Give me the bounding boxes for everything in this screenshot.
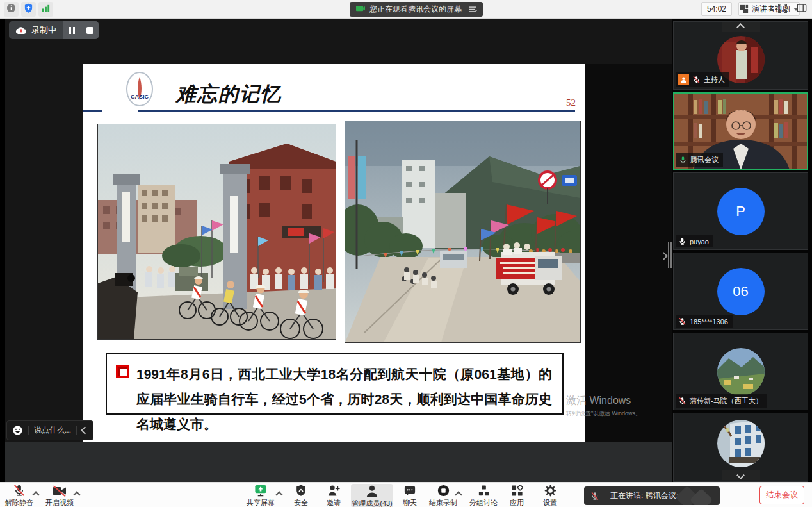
- sidebar-drag-handle[interactable]: [668, 242, 672, 268]
- content-lower-strip: [5, 442, 672, 482]
- participant-tile[interactable]: P puyao: [673, 172, 808, 250]
- photo-cyclists-at-gate: [97, 124, 336, 340]
- chevron-up-icon: [736, 23, 745, 31]
- mic-muted-icon: [590, 492, 599, 501]
- share-screen-button[interactable]: 共享屏幕: [241, 484, 280, 507]
- settings-label: 设置: [531, 498, 569, 507]
- signal-bars-icon: [41, 3, 51, 15]
- manage-members-button[interactable]: 管理成员(43): [351, 484, 393, 507]
- start-video-label: 开启视频: [40, 498, 79, 507]
- meeting-info-button[interactable]: [4, 2, 19, 17]
- timer-text: 54:02: [707, 4, 726, 13]
- breakout-rooms-label: 分组讨论: [464, 498, 503, 507]
- share-screen-icon: [241, 484, 280, 497]
- participant-name: puyao: [690, 238, 709, 245]
- content-left-strip: [0, 19, 5, 482]
- apps-label: 应用: [498, 498, 536, 507]
- meeting-toolbar: 解除静音 开启视频 共享屏幕 安全 邀请 管理成员(43) 聊天: [0, 482, 812, 507]
- participant-tile[interactable]: 蒲传新-马院（西工大）: [673, 333, 808, 410]
- mic-muted-icon: [678, 317, 686, 326]
- participant-tile-speaker[interactable]: 腾讯会议: [673, 92, 808, 170]
- speaking-status-pill: 正在讲话: 腾讯会议;: [584, 486, 720, 505]
- participant-label: 185****1306: [676, 315, 733, 328]
- scroll-down-button[interactable]: [722, 470, 760, 480]
- participant-name: 腾讯会议: [690, 155, 719, 165]
- divider: [28, 426, 29, 435]
- chevron-down-icon: [736, 471, 745, 479]
- quick-chat-bar: 说点什么...: [6, 420, 93, 440]
- avatar-initial: 06: [717, 268, 765, 315]
- red-square-bullet-icon: [116, 365, 129, 378]
- fullscreen-button[interactable]: [775, 2, 790, 17]
- chat-label: 聊天: [391, 498, 429, 507]
- info-icon: [6, 3, 16, 15]
- slide-title: 难忘的记忆: [176, 81, 282, 108]
- participant-name: 主持人: [704, 75, 725, 85]
- breakout-blocks-icon: [464, 484, 503, 497]
- photo-parade-truck: [345, 121, 581, 343]
- chevron-right-icon: [660, 252, 668, 260]
- participant-label: puyao: [676, 235, 713, 247]
- avatar: [717, 348, 765, 395]
- avatar: [717, 420, 765, 467]
- mic-on-icon: [678, 237, 686, 245]
- person-icon: [351, 485, 393, 498]
- top-bar: 您正在观看腾讯会议的屏幕 54:02 演讲者视图: [0, 0, 812, 19]
- apps-button[interactable]: 应用: [498, 484, 536, 507]
- casic-logo: CASIC: [124, 72, 155, 109]
- participant-tile[interactable]: 06 185****1306: [673, 253, 808, 330]
- network-status-button[interactable]: [38, 2, 53, 17]
- mic-active-icon: [679, 156, 687, 164]
- fullscreen-icon: [777, 3, 788, 16]
- participant-tile-host[interactable]: 主持人: [673, 21, 808, 90]
- security-status-button[interactable]: [21, 2, 36, 17]
- pause-recording-button[interactable]: [63, 21, 81, 39]
- scroll-up-button[interactable]: [722, 22, 760, 32]
- slide-page-number: 52: [566, 97, 576, 108]
- chat-input-placeholder[interactable]: 说点什么...: [34, 425, 71, 436]
- participants-sidebar: 主持人 腾讯会议 P: [672, 19, 812, 482]
- person-add-icon: [314, 484, 353, 497]
- invite-button[interactable]: 邀请: [314, 484, 353, 507]
- divider: [76, 426, 77, 435]
- record-options-button[interactable]: [456, 488, 464, 495]
- title-rule-left: [83, 110, 102, 112]
- avatar-initial: P: [717, 188, 765, 235]
- share-screen-label: 共享屏幕: [241, 498, 280, 507]
- tencent-meeting-logo-shape: [690, 488, 713, 505]
- emoji-icon[interactable]: [12, 425, 23, 436]
- view-mode-button[interactable]: 演讲者视图: [738, 2, 800, 16]
- cloud-record-icon: [15, 26, 27, 35]
- screen-share-monitor-icon: [355, 5, 365, 13]
- sidebar-collapse-button[interactable]: [658, 249, 669, 262]
- meeting-window: 您正在观看腾讯会议的屏幕 54:02 演讲者视图 录制中: [0, 0, 812, 507]
- video-options-button[interactable]: [74, 488, 82, 495]
- chat-button[interactable]: 聊天: [391, 484, 429, 507]
- chat-bubble-icon: [391, 484, 429, 497]
- mic-muted-icon: [692, 76, 701, 84]
- end-meeting-button[interactable]: 结束会议: [759, 486, 804, 504]
- title-rule-main: [138, 110, 575, 112]
- slide-body-text: 1991年8月6日，西北工业大学18名分配到航天十院（原061基地）的应届毕业生…: [136, 362, 552, 436]
- avatar-initial-text: P: [736, 203, 745, 220]
- participant-label: 主持人: [676, 72, 729, 87]
- meeting-timer: 54:02: [701, 2, 732, 16]
- participant-name: 185****1306: [690, 318, 728, 326]
- side-panel-button[interactable]: [794, 2, 809, 17]
- start-video-button[interactable]: 开启视频: [40, 484, 79, 507]
- collapse-chat-icon[interactable]: [81, 426, 89, 435]
- participant-tile[interactable]: [673, 413, 808, 482]
- recording-pill: 录制中: [9, 21, 99, 39]
- manage-members-label: 管理成员(43): [351, 499, 393, 507]
- gear-icon: [531, 484, 569, 497]
- presentation-slide: CASIC 难忘的记忆 52: [83, 64, 585, 442]
- divider: [605, 491, 605, 501]
- settings-button[interactable]: 设置: [531, 484, 569, 507]
- banner-menu-icon[interactable]: [469, 6, 477, 13]
- speaker-view-icon: [740, 4, 749, 13]
- breakout-rooms-button[interactable]: 分组讨论: [464, 484, 503, 507]
- mic-muted-icon: [678, 397, 686, 405]
- stop-recording-button[interactable]: [81, 21, 99, 39]
- participant-name: 蒲传新-马院（西工大）: [690, 396, 763, 406]
- pause-icon: [69, 27, 75, 34]
